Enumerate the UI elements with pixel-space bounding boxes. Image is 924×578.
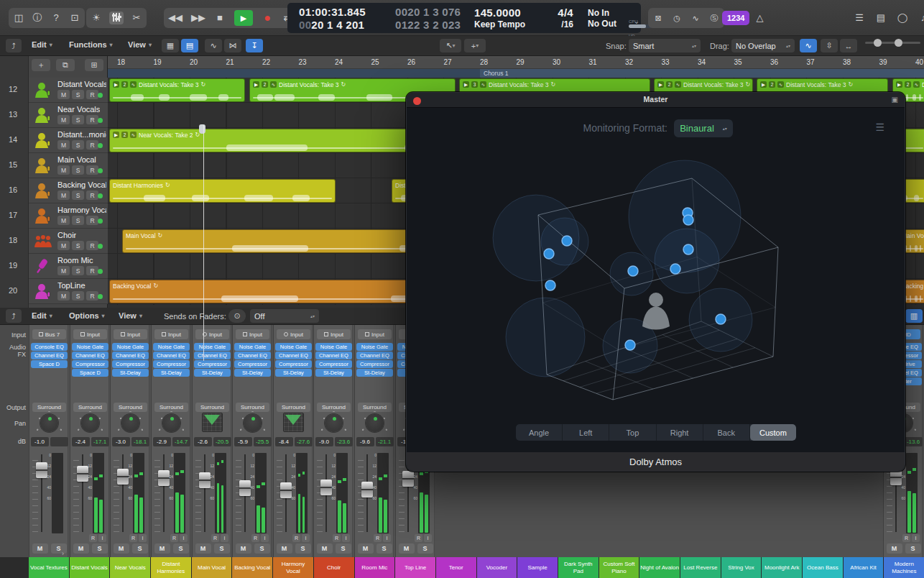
solo-button[interactable]: S	[72, 266, 84, 275]
note-pads-icon[interactable]: ▤	[875, 8, 887, 28]
record-button[interactable]: R	[211, 534, 219, 542]
pan-knob[interactable]	[81, 414, 99, 432]
mixer-track-name[interactable]: Ocean Bass	[803, 557, 843, 578]
volume-db-value[interactable]: -9.6	[356, 437, 374, 446]
pan-knob[interactable]	[162, 414, 180, 432]
mixer-track-name[interactable]: Modern Machines	[884, 557, 924, 578]
media-browser-icon[interactable]: ♫	[918, 8, 924, 28]
autopunch-icon[interactable]: ∿	[690, 8, 701, 28]
record-enable-button[interactable]: R	[86, 115, 98, 124]
track-name[interactable]: Choir	[57, 231, 76, 239]
record-button[interactable]: R	[89, 534, 97, 542]
region-play-icon[interactable]: ▶	[463, 81, 469, 88]
output-slot-button[interactable]: Surround	[277, 403, 310, 412]
track-config-button[interactable]: ⊞	[85, 59, 103, 71]
mixer-track-name[interactable]: Backing Vocal	[232, 557, 272, 578]
mixer-track-name[interactable]: Choir	[314, 557, 354, 578]
solo-button[interactable]: S	[72, 291, 84, 301]
fx-plugin-button[interactable]: Space D	[72, 369, 108, 377]
input-slot-button[interactable]: Input	[236, 329, 269, 339]
mixer-track-name[interactable]: Top Line	[395, 557, 435, 578]
track-name[interactable]: Near Vocals	[57, 105, 100, 114]
audio-object-dot[interactable]	[683, 215, 693, 225]
region-play-icon[interactable]: ▶	[253, 81, 259, 88]
mixer-track-name[interactable]: Night of Avalon	[639, 557, 680, 578]
fx-plugin-button[interactable]: Channel EQ	[194, 352, 231, 359]
fx-plugin-button[interactable]: Noise Gate	[356, 343, 393, 351]
audio-object-dot[interactable]	[628, 266, 638, 276]
editors-icon[interactable]: ✂	[131, 8, 142, 28]
input-slot-button[interactable]: Input	[73, 329, 107, 339]
volume-db-value[interactable]: -2.9	[153, 437, 171, 446]
strip-mute-button[interactable]: M	[73, 543, 89, 554]
strip-solo-button[interactable]: S	[295, 543, 311, 554]
volume-db-value[interactable]: -2.4	[72, 437, 90, 446]
tuner-icon[interactable]: ◷	[671, 8, 683, 28]
fx-plugin-button[interactable]: Channel EQ	[275, 352, 312, 359]
region-play-icon[interactable]: ▶	[657, 81, 664, 88]
track-header[interactable]: Distant VocalsMSR	[29, 78, 108, 103]
record-button[interactable]: R	[292, 534, 300, 542]
mixer-track-name[interactable]: Near Vocals	[110, 557, 150, 578]
track-header[interactable]: Main VocalMSR	[29, 153, 108, 178]
solo-button[interactable]: S	[72, 191, 84, 200]
mixer-track-name[interactable]: Room Mic	[355, 557, 395, 578]
channel-strip[interactable]: InputNoise GateChannel EQCompressorSt-De…	[192, 325, 231, 557]
solo-button[interactable]: S	[72, 216, 84, 225]
list-editors-icon[interactable]: ☰	[854, 8, 865, 28]
mixer-up-button[interactable]: ⤴	[6, 309, 22, 323]
help-icon[interactable]: ?	[50, 8, 62, 28]
strip-solo-button[interactable]: S	[417, 543, 433, 554]
strip-solo-button[interactable]: S	[132, 543, 148, 554]
track-name[interactable]: Distant...monies	[57, 130, 106, 139]
strip-solo-button[interactable]: S	[92, 543, 108, 554]
record-enable-button[interactable]: R	[86, 241, 98, 250]
input-slot-button[interactable]: Bus 7	[32, 329, 66, 339]
audio-object-dot[interactable]	[562, 236, 572, 246]
pointer-tool-button[interactable]: ↖▾	[440, 39, 461, 52]
channel-strip[interactable]: InputNoise GateChannel EQCompressorSt-De…	[313, 325, 353, 557]
duplicate-track-button[interactable]: ⧉	[56, 59, 75, 71]
view-button-left[interactable]: Left	[563, 424, 609, 441]
strip-mute-button[interactable]: M	[154, 543, 170, 554]
automation-icon[interactable]: ∿	[205, 39, 222, 52]
fx-plugin-button[interactable]: St-Delay	[112, 369, 149, 377]
fx-plugin-button[interactable]: Noise Gate	[194, 343, 231, 351]
lcd-chevron-icon[interactable]: ⌄	[631, 12, 642, 32]
snap-select[interactable]: Smart▴▾	[629, 39, 701, 52]
audio-object-dot[interactable]	[544, 249, 554, 259]
track-name[interactable]: Main Vocal	[57, 155, 96, 164]
fx-plugin-button[interactable]: Channel EQ	[112, 352, 149, 359]
solo-button[interactable]: S	[72, 115, 84, 124]
record-button[interactable]: R	[374, 534, 382, 542]
forward-button[interactable]: ▶▶	[191, 8, 205, 28]
region[interactable]: ▶2∿Distant Vocals: Take 3↻	[109, 78, 245, 102]
strip-mute-button[interactable]: M	[317, 543, 333, 554]
view-button-top[interactable]: Top	[609, 424, 656, 441]
input-monitor-button[interactable]: I	[261, 534, 269, 542]
channel-strip[interactable]: Bus 7Console EQChannel EQSpace DSurround…	[29, 325, 68, 557]
catch-playhead-icon[interactable]: ↧	[246, 39, 263, 52]
fx-plugin-button[interactable]: Noise Gate	[112, 343, 149, 351]
cycle-band[interactable]: Chorus 1	[108, 69, 924, 78]
channel-strip[interactable]: InputNoise GateChannel EQCompressorSt-De…	[151, 325, 190, 557]
strip-mute-button[interactable]: M	[32, 543, 48, 554]
mixer-track-name[interactable]: African Kit	[844, 557, 884, 578]
monitoring-format-select[interactable]: Binaural▴▾	[674, 119, 733, 137]
strip-solo-button[interactable]: S	[51, 543, 67, 554]
solo-button[interactable]: S	[72, 90, 84, 99]
record-enable-button[interactable]: R	[86, 216, 98, 225]
strip-mute-button[interactable]: M	[236, 543, 251, 554]
metronome-icon[interactable]: △	[754, 8, 765, 28]
audio-object-dot[interactable]	[670, 264, 680, 274]
fx-plugin-button[interactable]: Compressor	[234, 360, 271, 368]
record-enable-button[interactable]: R	[86, 140, 98, 150]
drag-select[interactable]: No Overlap▴▾	[731, 39, 795, 52]
mute-button[interactable]: M	[57, 266, 70, 275]
mixer-track-name[interactable]: Main Vocal	[192, 557, 232, 578]
horizontal-zoom-slider[interactable]	[884, 42, 920, 44]
record-button[interactable]: R	[333, 534, 341, 542]
fx-plugin-button[interactable]: St-Delay	[234, 369, 271, 377]
input-slot-button[interactable]: Input	[277, 329, 310, 339]
strip-disclosure-icon[interactable]: ›	[62, 550, 64, 557]
